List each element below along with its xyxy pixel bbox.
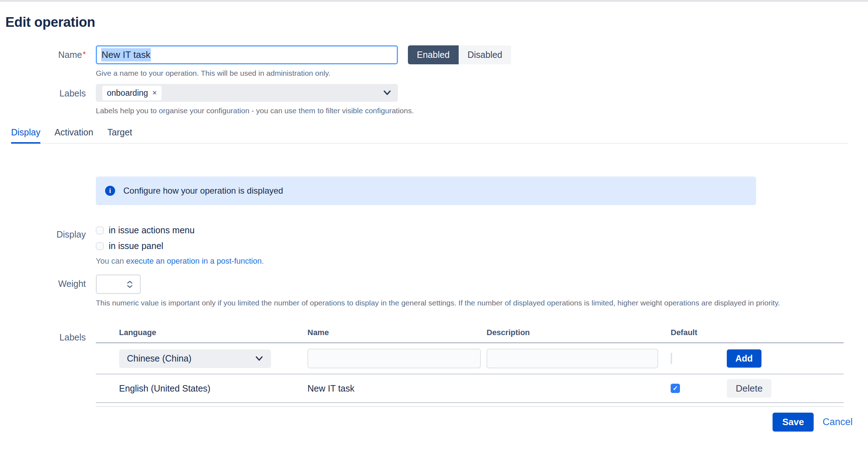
name-label: Name* — [0, 45, 86, 60]
page-title: Edit operation — [5, 15, 868, 30]
display-label: Display — [0, 225, 86, 240]
table-header: Language Name Description Default — [96, 328, 844, 343]
labels-table-row: Labels Language Name Description Default… — [0, 328, 868, 407]
column-name: Name — [307, 328, 487, 337]
new-label-default-checkbox[interactable] — [671, 353, 672, 364]
table-bottom-divider — [96, 403, 844, 407]
tab-bar: Display Activation Target — [11, 127, 848, 144]
option-issue-panel: in issue panel — [96, 241, 264, 251]
labels-section-label: Labels — [0, 328, 86, 343]
issue-panel-checkbox[interactable] — [96, 242, 104, 250]
required-asterisk: * — [83, 50, 86, 59]
post-function-link[interactable]: execute an operation in a post-function — [126, 257, 262, 265]
name-form-row: Name* New IT task Enabled Disabled Give … — [0, 45, 868, 78]
form-footer: Save Cancel — [0, 413, 868, 432]
chevron-down-icon — [255, 356, 263, 361]
column-language: Language — [119, 328, 307, 337]
new-label-name-input[interactable] — [307, 349, 481, 368]
chevron-down-icon[interactable] — [383, 90, 391, 96]
row-default-checkbox[interactable] — [671, 384, 680, 393]
labels-form-row: Labels onboarding × Labels help you to o… — [0, 84, 868, 115]
tab-activation[interactable]: Activation — [54, 127, 93, 142]
selected-text: New IT task — [101, 48, 151, 61]
post-function-note: You can execute an operation in a post-f… — [96, 257, 264, 266]
banner-row: i Configure how your operation is displa… — [0, 176, 868, 205]
issue-actions-menu-checkbox[interactable] — [96, 226, 104, 234]
status-toggle: Enabled Disabled — [408, 45, 511, 64]
checkbox-label: in issue actions menu — [109, 225, 194, 235]
weight-form-row: Weight This numeric value is important o… — [0, 274, 868, 307]
add-button[interactable]: Add — [727, 349, 761, 368]
name-helper-text: Give a name to your operation. This will… — [96, 69, 511, 78]
remove-tag-icon[interactable]: × — [152, 89, 157, 97]
number-stepper-icon[interactable] — [127, 280, 133, 288]
row-language: English (United States) — [119, 383, 307, 394]
option-issue-actions-menu: in issue actions menu — [96, 225, 264, 235]
display-form-row: Display in issue actions menu in issue p… — [0, 225, 868, 266]
cancel-link[interactable]: Cancel — [823, 417, 853, 428]
labels-label: Labels — [0, 84, 86, 99]
checkbox-label: in issue panel — [109, 241, 163, 251]
labels-helper-text: Labels help you to organise your configu… — [96, 106, 414, 115]
delete-button[interactable]: Delete — [727, 379, 771, 398]
language-select[interactable]: Chinese (China) — [119, 349, 271, 368]
column-default: Default — [671, 328, 727, 337]
labels-table: Language Name Description Default Chines… — [96, 328, 844, 407]
enabled-button[interactable]: Enabled — [408, 45, 459, 64]
tab-display[interactable]: Display — [11, 127, 40, 144]
new-label-description-input[interactable] — [487, 349, 658, 368]
info-banner: i Configure how your operation is displa… — [96, 176, 756, 205]
row-name: New IT task — [307, 383, 487, 394]
top-divider — [0, 0, 868, 2]
label-tag: onboarding × — [102, 86, 162, 100]
label-tag-text: onboarding — [107, 88, 148, 98]
add-label-row: Chinese (China) Add — [96, 343, 844, 374]
name-input[interactable]: New IT task — [96, 45, 398, 64]
tab-target[interactable]: Target — [107, 127, 132, 142]
save-button[interactable]: Save — [773, 413, 814, 432]
info-icon: i — [105, 186, 115, 196]
weight-helper-text: This numeric value is important only if … — [96, 299, 780, 307]
language-select-value: Chinese (China) — [127, 353, 192, 364]
weight-label: Weight — [0, 274, 86, 289]
info-banner-text: Configure how your operation is displaye… — [123, 186, 283, 196]
weight-input[interactable] — [96, 274, 141, 294]
label-table-row: English (United States) New IT task Dele… — [96, 374, 844, 403]
column-description: Description — [487, 328, 671, 337]
disabled-button[interactable]: Disabled — [459, 45, 511, 64]
labels-multiselect[interactable]: onboarding × — [96, 84, 398, 102]
